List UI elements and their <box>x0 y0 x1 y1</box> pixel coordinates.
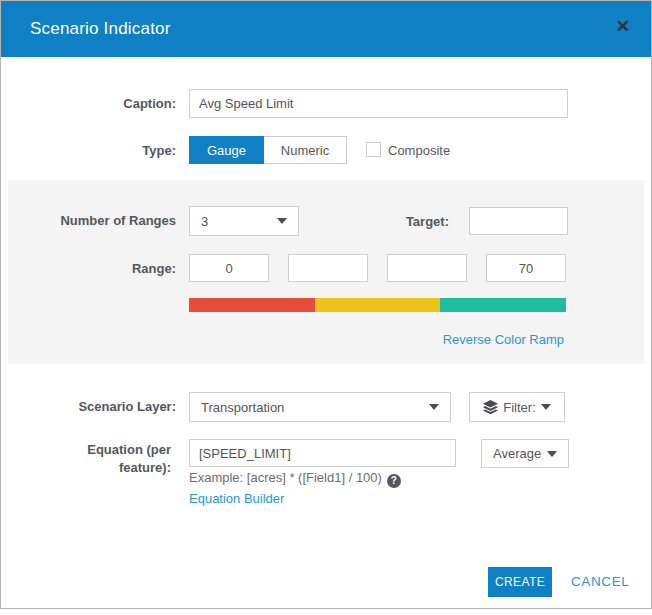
number-of-ranges-value: 3 <box>201 214 208 229</box>
ramp-segment-yellow <box>315 298 441 312</box>
type-numeric-button[interactable]: Numeric <box>264 136 347 164</box>
equation-builder-link[interactable]: Equation Builder <box>189 491 284 506</box>
page: Scenario Indicator ✕ Caption: Type: Gaug… <box>0 0 652 615</box>
range-input-3[interactable] <box>387 254 467 282</box>
composite-checkbox[interactable] <box>366 142 381 157</box>
range-label: Range: <box>31 261 176 276</box>
composite-label: Composite <box>388 143 450 158</box>
dialog-title: Scenario Indicator <box>30 19 171 39</box>
number-of-ranges-label: Number of Ranges <box>31 213 176 228</box>
ramp-segment-green <box>440 298 566 312</box>
target-label: Target: <box>381 214 449 229</box>
range-input-2[interactable] <box>288 254 368 282</box>
caption-input[interactable] <box>189 89 568 118</box>
ramp-segment-red <box>189 298 315 312</box>
aggregation-dropdown[interactable]: Average <box>481 439 569 468</box>
caption-label: Caption: <box>31 96 176 111</box>
close-icon[interactable]: ✕ <box>616 17 630 37</box>
dialog-header: Scenario Indicator ✕ <box>1 1 651 57</box>
filter-button[interactable]: Filter: <box>469 392 565 422</box>
create-button[interactable]: CREATE <box>488 567 552 597</box>
chevron-down-icon <box>541 404 551 410</box>
chevron-down-icon <box>547 451 557 457</box>
scenario-layer-value: Transportation <box>201 400 284 415</box>
chevron-down-icon <box>277 218 287 224</box>
layers-icon <box>483 400 498 415</box>
aggregation-value: Average <box>493 446 541 461</box>
chevron-down-icon <box>429 404 439 410</box>
range-input-1[interactable] <box>189 254 269 282</box>
scenario-layer-dropdown[interactable]: Transportation <box>189 392 451 422</box>
color-ramp <box>189 298 566 312</box>
type-label: Type: <box>31 143 176 158</box>
scenario-layer-label: Scenario Layer: <box>31 399 176 414</box>
number-of-ranges-dropdown[interactable]: 3 <box>189 206 299 236</box>
equation-label: Equation (per feature): <box>31 441 171 477</box>
equation-input[interactable] <box>189 439 456 467</box>
scenario-indicator-dialog: Scenario Indicator ✕ Caption: Type: Gaug… <box>0 0 652 609</box>
type-gauge-button[interactable]: Gauge <box>189 136 264 164</box>
equation-example: Example: [acres] * ([Field1] / 100)? <box>189 470 401 488</box>
range-input-4[interactable] <box>486 254 566 282</box>
help-icon[interactable]: ? <box>387 474 401 488</box>
filter-label: Filter: <box>503 400 536 415</box>
cancel-link[interactable]: CANCEL <box>571 567 629 597</box>
reverse-color-ramp-link[interactable]: Reverse Color Ramp <box>443 332 564 347</box>
target-input[interactable] <box>469 207 568 235</box>
